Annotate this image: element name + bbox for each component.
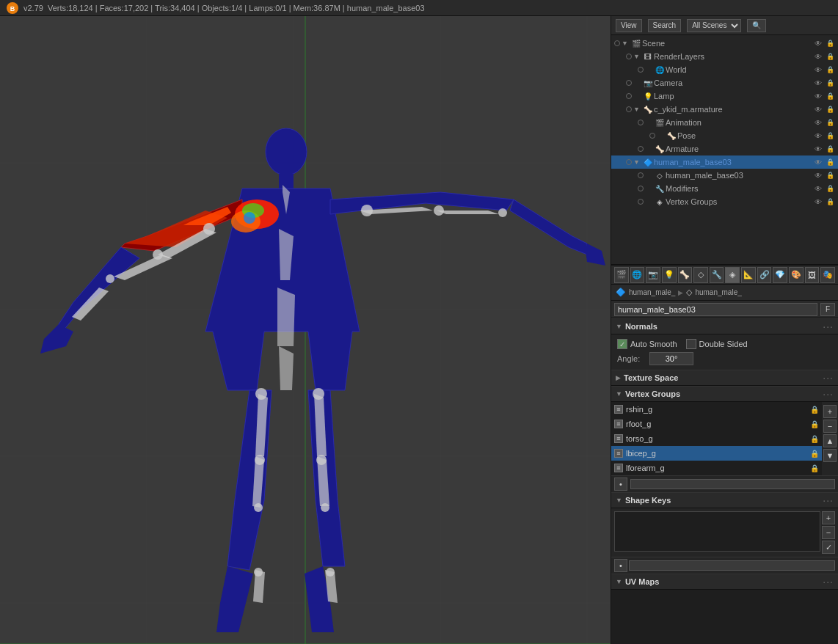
visibility-dot-animation[interactable] <box>638 120 644 125</box>
props-toolbar-btn-lamp[interactable]: 💡 <box>662 267 677 283</box>
lock-btn-renderlayers[interactable]: 🔒 <box>825 51 835 62</box>
lock-btn-vertexgroups[interactable]: 🔒 <box>825 197 835 207</box>
visibility-dot-pose[interactable] <box>649 133 655 139</box>
vgroup-lock-rshin_g[interactable]: 🔒 <box>810 406 819 414</box>
visibility-dot-world[interactable] <box>638 67 644 73</box>
mesh-name-input[interactable]: human_male_base03 <box>614 303 817 316</box>
tree-item-scene[interactable]: ▼🎬Scene👁🔒 <box>611 37 838 50</box>
search-icon-btn[interactable]: 🔍 <box>747 19 766 32</box>
search-btn[interactable]: Search <box>648 19 682 32</box>
lock-btn-scene[interactable]: 🔒 <box>825 38 835 48</box>
visibility-dot-vertexgroups[interactable] <box>638 199 644 205</box>
eye-btn-humanmale[interactable]: 👁 <box>813 157 823 167</box>
uv-maps-section-header[interactable]: ▼ UV Maps ··· <box>611 574 838 590</box>
shape-key-add-btn[interactable]: + <box>822 511 835 524</box>
tree-item-renderlayers[interactable]: ▼🎞RenderLayers👁🔒 <box>611 50 838 63</box>
angle-input[interactable]: 30° <box>649 352 693 365</box>
tree-arrow-armature[interactable]: ▼ <box>633 106 642 113</box>
visibility-dot-scene[interactable] <box>614 40 620 46</box>
props-toolbar-btn-material[interactable]: 🔗 <box>757 267 772 283</box>
texture-space-section-header[interactable]: ▶ Texture Space ··· <box>611 370 838 386</box>
vertex-groups-section-header[interactable]: ▼ Vertex Groups ··· <box>611 386 838 402</box>
visibility-dot-armature[interactable] <box>626 106 632 112</box>
vgroup-remove-btn[interactable]: − <box>823 420 837 433</box>
props-toolbar-btn-world[interactable]: 🌐 <box>630 267 645 283</box>
tree-item-animation[interactable]: 🎬Animation👁🔒 <box>611 116 838 129</box>
scene-dropdown[interactable]: All Scenes <box>687 19 741 32</box>
tree-item-vertexgroups[interactable]: ◈Vertex Groups👁🔒 <box>611 195 838 208</box>
lock-btn-camera[interactable]: 🔒 <box>825 78 835 88</box>
props-toolbar-btn-scene[interactable]: 🎭 <box>820 267 835 283</box>
visibility-dot-camera[interactable] <box>626 80 632 86</box>
vgroup-down-btn[interactable]: ▼ <box>823 449 837 462</box>
vgroup-lock-lbicep_g[interactable]: 🔒 <box>810 450 819 458</box>
eye-btn-animation[interactable]: 👁 <box>813 117 823 128</box>
vgroup-row-lforearm_g[interactable]: ≡lforearm_g🔒 <box>611 461 822 475</box>
props-toolbar-btn-camera[interactable]: 📷 <box>646 267 660 283</box>
vgroup-lock-lforearm_g[interactable]: 🔒 <box>810 464 819 472</box>
eye-btn-vertexgroups[interactable]: 👁 <box>813 197 823 207</box>
tree-item-humanmale[interactable]: ▼🔷human_male_base03👁🔒 <box>611 155 838 169</box>
vgroup-row-rfoot_g[interactable]: ≡rfoot_g🔒 <box>611 417 822 431</box>
vgroup-up-btn[interactable]: ▲ <box>823 434 837 447</box>
view-btn[interactable]: View <box>616 19 642 32</box>
props-toolbar-btn-constraint[interactable]: 📐 <box>741 267 756 283</box>
tree-arrow-scene[interactable]: ▼ <box>622 40 630 47</box>
props-toolbar-btn-render[interactable]: 🎬 <box>614 267 629 283</box>
visibility-dot-humanmale_mesh[interactable] <box>638 172 644 178</box>
lock-btn-animation[interactable]: 🔒 <box>825 117 835 128</box>
eye-btn-scene[interactable]: 👁 <box>813 38 823 48</box>
lock-btn-armature[interactable]: 🔒 <box>825 104 835 114</box>
lock-btn-armature2[interactable]: 🔒 <box>825 144 835 154</box>
eye-btn-humanmale_mesh[interactable]: 👁 <box>813 170 823 180</box>
tree-arrow-humanmale[interactable]: ▼ <box>633 158 642 166</box>
vgroup-add-btn[interactable]: + <box>823 405 837 418</box>
lock-btn-modifiers[interactable]: 🔒 <box>825 183 835 194</box>
vgroup-lock-rfoot_g[interactable]: 🔒 <box>810 420 819 428</box>
auto-smooth-checkbox[interactable]: ✓ <box>617 339 627 349</box>
eye-btn-camera[interactable]: 👁 <box>813 78 823 88</box>
viewport-3d[interactable] <box>0 16 611 644</box>
vgroup-dot-btn[interactable]: • <box>614 477 627 491</box>
tree-item-humanmale_mesh[interactable]: ◇human_male_base03👁🔒 <box>611 169 838 182</box>
vgroup-row-rshin_g[interactable]: ≡rshin_g🔒 <box>611 402 822 417</box>
double-sided-checkbox-item[interactable]: Double Sided <box>686 339 748 349</box>
eye-btn-armature[interactable]: 👁 <box>813 104 823 114</box>
eye-btn-modifiers[interactable]: 👁 <box>813 183 823 194</box>
auto-smooth-checkbox-item[interactable]: ✓ Auto Smooth <box>617 339 677 349</box>
props-toolbar-btn-armature[interactable]: 🦴 <box>678 267 693 283</box>
tree-item-modifiers[interactable]: 🔧Modifiers👁🔒 <box>611 182 838 195</box>
visibility-dot-humanmale[interactable] <box>626 159 632 165</box>
normals-section-header[interactable]: ▼ Normals ··· <box>611 318 838 334</box>
tree-item-world[interactable]: 🌐World👁🔒 <box>611 63 838 76</box>
shape-key-remove-btn[interactable]: − <box>822 526 835 539</box>
eye-btn-renderlayers[interactable]: 👁 <box>813 51 823 62</box>
tree-item-camera[interactable]: 📷Camera👁🔒 <box>611 76 838 89</box>
eye-btn-armature2[interactable]: 👁 <box>813 144 823 154</box>
lock-btn-pose[interactable]: 🔒 <box>825 131 835 141</box>
shape-key-dot-btn[interactable]: • <box>614 559 627 572</box>
props-toolbar-btn-texture[interactable]: 💎 <box>773 267 787 283</box>
visibility-dot-lamp[interactable] <box>626 93 632 99</box>
lock-btn-humanmale_mesh[interactable]: 🔒 <box>825 170 835 180</box>
eye-btn-lamp[interactable]: 👁 <box>813 91 823 101</box>
vgroup-lock-torso_g[interactable]: 🔒 <box>810 435 819 443</box>
double-sided-checkbox[interactable] <box>686 339 696 349</box>
shape-keys-section-header[interactable]: ▼ Shape Keys ··· <box>611 492 838 508</box>
visibility-dot-armature2[interactable] <box>638 146 644 152</box>
eye-btn-pose[interactable]: 👁 <box>813 131 823 141</box>
visibility-dot-renderlayers[interactable] <box>626 54 632 59</box>
props-toolbar-btn-physics[interactable]: 🖼 <box>805 267 820 283</box>
tree-item-armature2[interactable]: 🦴Armature👁🔒 <box>611 142 838 155</box>
lock-btn-world[interactable]: 🔒 <box>825 65 835 75</box>
vgroup-row-lbicep_g[interactable]: ≡lbicep_g🔒 <box>611 446 822 461</box>
props-toolbar-btn-modifier[interactable]: 🔧 <box>710 267 724 283</box>
tree-item-armature[interactable]: ▼🦴c_ykid_m.armature👁🔒 <box>611 103 838 116</box>
shape-key-special-btn[interactable]: ✓ <box>822 541 835 554</box>
lock-btn-lamp[interactable]: 🔒 <box>825 91 835 101</box>
visibility-dot-modifiers[interactable] <box>638 186 644 191</box>
vgroup-row-torso_g[interactable]: ≡torso_g🔒 <box>611 431 822 446</box>
props-toolbar-btn-vertex-group[interactable]: ◈ <box>725 267 740 283</box>
tree-item-pose[interactable]: 🦴Pose👁🔒 <box>611 129 838 142</box>
fake-user-btn[interactable]: F <box>820 303 835 316</box>
